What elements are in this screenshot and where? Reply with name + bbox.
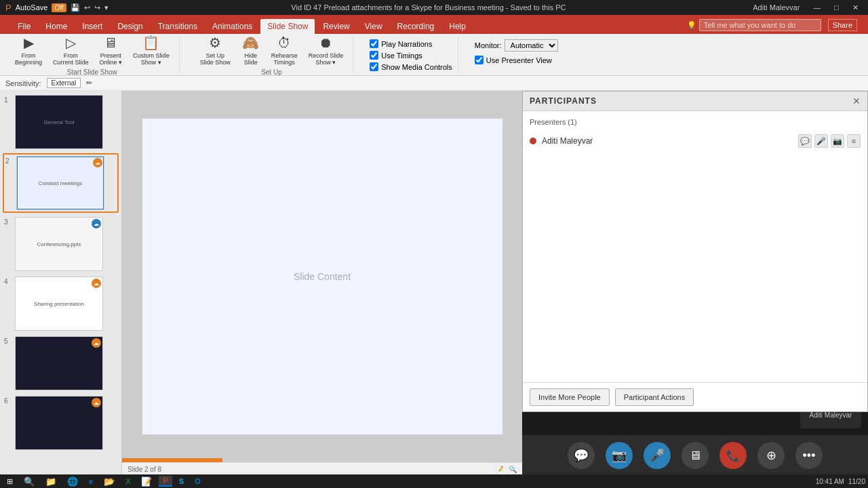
participant-actions-btn[interactable]: Participant Actions xyxy=(615,388,694,406)
share-button[interactable]: Share xyxy=(828,19,857,31)
self-name: Aditi Maleyvar xyxy=(810,411,852,419)
tab-animations[interactable]: Animations xyxy=(205,19,259,34)
customize-icon[interactable]: ▾ xyxy=(104,3,108,12)
undo-icon[interactable]: ↩ xyxy=(84,3,90,12)
sensitivity-value: External xyxy=(47,78,81,88)
slide-thumb-1[interactable]: 1 General Tool xyxy=(3,94,119,150)
screen-share-btn[interactable]: 🖥 xyxy=(682,442,709,469)
btn-custom-slideshow-label: Custom SlideShow ▾ xyxy=(133,52,170,66)
start-slideshow-label: Start Slide Show xyxy=(67,68,117,76)
btn-hide-label: HideSlide xyxy=(244,52,258,66)
tab-help[interactable]: Help xyxy=(442,19,473,34)
start-btn[interactable]: ⊞ xyxy=(3,477,17,486)
monitor-select[interactable]: Automatic xyxy=(505,39,558,52)
ribbon-start-btns: ▶ FromBeginning ▷ FromCurrent Slide 🖥 Pr… xyxy=(11,33,174,67)
btn-custom-slideshow[interactable]: 📋 Custom SlideShow ▾ xyxy=(129,33,174,67)
tab-recording[interactable]: Recording xyxy=(391,19,441,34)
taskbar-search[interactable]: 🔍 xyxy=(20,476,39,487)
slide-thumb-4[interactable]: 4 Sharing presentation ☁ xyxy=(3,275,119,332)
outlook-icon: O xyxy=(195,477,201,485)
participant-chat-icon[interactable]: 💬 xyxy=(798,134,812,148)
tab-transitions[interactable]: Transitions xyxy=(151,19,204,34)
conversation-controls: 💬 📷 🎤 🖥 📞 ⊕ ••• xyxy=(522,435,868,476)
btn-rehearse[interactable]: ⏱ RehearseTimings xyxy=(267,34,302,67)
slide-thumb-2[interactable]: 2 Conduct meetings ☁ xyxy=(3,153,119,213)
mic-btn[interactable]: 🎤 xyxy=(644,442,671,469)
more-btn[interactable]: ••• xyxy=(795,442,823,469)
slide-thumb-6[interactable]: 6 ☁ xyxy=(3,394,119,451)
taskbar-file-explorer[interactable]: 📁 xyxy=(41,476,60,487)
taskbar-files[interactable]: 📂 xyxy=(100,476,119,487)
participants-title: PARTICIPANTS xyxy=(530,96,597,106)
slide-cloud-badge-5: ☁ xyxy=(92,338,101,348)
save-icon[interactable]: 💾 xyxy=(71,3,80,12)
maximize-btn[interactable]: □ xyxy=(830,3,843,12)
skype-taskbar-icon: S xyxy=(179,477,184,485)
use-timings-checkbox[interactable] xyxy=(370,51,378,60)
sensitivity-row: Sensitivity: External ✏ xyxy=(0,76,868,91)
window-title: Vid ID 47 Preload attachments for a Skyp… xyxy=(291,3,566,12)
slide-main: Slide Content xyxy=(122,91,522,462)
taskbar-notepad[interactable]: 📝 xyxy=(137,476,156,487)
ribbon-content: ▶ FromBeginning ▷ FromCurrent Slide 🖥 Pr… xyxy=(0,34,868,76)
slide-thumb-5[interactable]: 5 ☁ xyxy=(3,335,119,392)
btn-hide-slide[interactable]: 🙈 HideSlide xyxy=(237,33,264,67)
slide-thumb-3[interactable]: 3 Conferencing.pptx ☁ xyxy=(3,216,119,272)
video-btn[interactable]: 📷 xyxy=(606,442,633,469)
progress-bar xyxy=(122,458,222,462)
slide-bottom-bar: Slide 2 of 8 📝 🔍 xyxy=(122,462,522,476)
file-explorer-icon: 📁 xyxy=(45,476,56,487)
tab-slideshow[interactable]: Slide Show xyxy=(260,19,315,34)
taskbar-skype[interactable]: S xyxy=(175,476,188,486)
invite-more-people-btn[interactable]: Invite More People xyxy=(530,388,610,406)
monitor-label: Monitor: xyxy=(475,41,502,49)
btn-present-online[interactable]: 🖥 PresentOnline ▾ xyxy=(96,34,127,67)
taskbar-powerpoint[interactable]: P xyxy=(159,476,172,487)
excel-icon: X xyxy=(125,477,130,485)
tab-file[interactable]: File xyxy=(11,19,37,34)
participants-popup: PARTICIPANTS ✕ Presenters (1) Aditi Male… xyxy=(522,91,868,412)
tab-home[interactable]: Home xyxy=(39,19,74,34)
chrome-icon: 🌐 xyxy=(67,476,78,487)
minimize-btn[interactable]: — xyxy=(809,3,825,12)
btn-record-slideshow[interactable]: ⏺ Record SlideShow ▾ xyxy=(304,34,348,67)
progress-bar-container xyxy=(122,458,522,462)
slide-img-2: Conduct meetings ☁ xyxy=(16,156,104,210)
sensitivity-label: Sensitivity: xyxy=(5,79,41,87)
tell-me-input[interactable] xyxy=(699,19,821,31)
participants-close-btn[interactable]: ✕ xyxy=(852,96,861,106)
zoom-icon[interactable]: 🔍 xyxy=(509,466,517,473)
slide-cloud-badge-4: ☁ xyxy=(92,279,101,288)
close-btn[interactable]: ✕ xyxy=(848,3,863,12)
participant-more-icon[interactable]: ≡ xyxy=(847,134,861,148)
participant-mic-icon[interactable]: 🎤 xyxy=(814,134,828,148)
btn-setup-slideshow[interactable]: ⚙ Set UpSlide Show xyxy=(196,33,235,67)
btn-record-label: Record SlideShow ▾ xyxy=(309,52,344,66)
slide-img-6: ☁ xyxy=(15,396,103,450)
taskbar-excel[interactable]: X xyxy=(121,476,134,486)
from-beginning-icon: ▶ xyxy=(24,35,34,51)
tab-design[interactable]: Design xyxy=(111,19,149,34)
show-media-label: Show Media Controls xyxy=(381,63,452,71)
play-narrations-checkbox[interactable] xyxy=(370,39,378,48)
notes-icon[interactable]: 📝 xyxy=(495,466,503,473)
btn-from-current[interactable]: ▷ FromCurrent Slide xyxy=(49,33,93,67)
chat-btn[interactable]: 💬 xyxy=(568,442,595,469)
edit-sensitivity-icon[interactable]: ✏ xyxy=(86,79,92,87)
redo-icon[interactable]: ↪ xyxy=(94,3,100,12)
btn-from-current-label: FromCurrent Slide xyxy=(53,52,89,66)
ribbon-group-monitors: Play Narrations Use Timings Show Media C… xyxy=(364,37,458,73)
participant-status-dot xyxy=(530,138,536,144)
tab-insert[interactable]: Insert xyxy=(75,19,109,34)
taskbar-chrome[interactable]: 🌐 xyxy=(63,476,82,487)
participant-video-icon[interactable]: 📷 xyxy=(831,134,844,148)
btn-from-beginning[interactable]: ▶ FromBeginning xyxy=(11,33,46,67)
tab-review[interactable]: Review xyxy=(316,19,356,34)
taskbar-outlook[interactable]: O xyxy=(191,476,205,486)
taskbar-ie[interactable]: e xyxy=(85,476,97,486)
end-call-btn[interactable]: 📞 xyxy=(719,442,747,469)
effects-btn[interactable]: ⊕ xyxy=(757,442,785,469)
presenter-view-checkbox[interactable] xyxy=(475,56,484,64)
tab-view[interactable]: View xyxy=(358,19,389,34)
show-media-checkbox[interactable] xyxy=(370,62,378,71)
